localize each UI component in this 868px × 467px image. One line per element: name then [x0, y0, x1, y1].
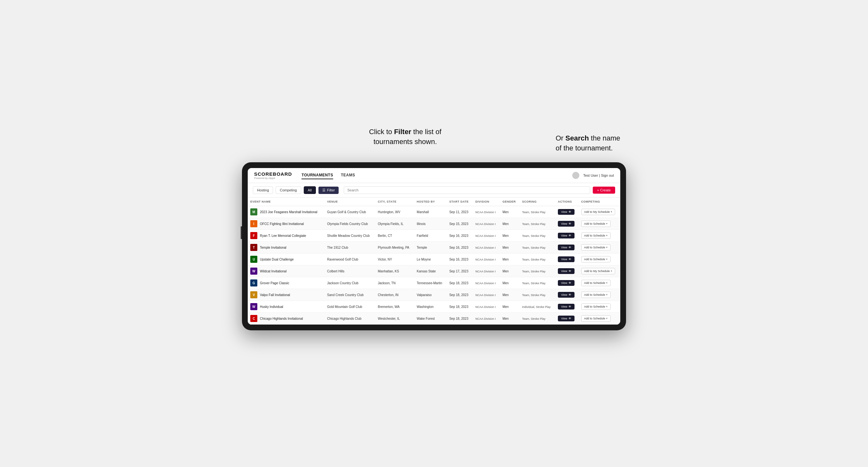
cell-gender-4: Men — [500, 253, 520, 266]
logo-sub: Powered by clippd — [254, 177, 292, 180]
header-right: Test User | Sign out — [572, 172, 614, 179]
cell-competing-8: Add to Schedule + — [579, 301, 620, 313]
cell-city-1: Olympia Fields, IL — [375, 218, 414, 230]
cell-scoring-3: Team, Stroke Play — [520, 242, 555, 253]
cell-city-3: Plymouth Meeting, PA — [375, 242, 414, 253]
event-name-3: Temple Invitational — [260, 246, 286, 249]
cell-venue-7: Sand Creek Country Club — [324, 289, 375, 301]
cell-action-1: View 👁 — [555, 218, 579, 230]
cell-action-7: View 👁 — [555, 289, 579, 301]
add-schedule-button-9[interactable]: Add to Schedule + — [581, 315, 611, 322]
add-schedule-button-3[interactable]: Add to Schedule + — [581, 244, 611, 251]
cell-city-0: Huntington, WV — [375, 206, 414, 218]
table-row: C Chicago Highlands Invitational Chicago… — [248, 313, 620, 324]
main-nav: TOURNAMENTS TEAMS — [302, 172, 355, 179]
cell-hosted-8: Washington — [414, 301, 447, 313]
col-start-date: START DATE — [447, 197, 473, 206]
cell-scoring-8: Individual, Stroke Play — [520, 301, 555, 313]
cell-competing-6: Add to Schedule + — [579, 277, 620, 289]
cell-date-6: Sep 18, 2023 — [447, 277, 473, 289]
view-button-9[interactable]: View 👁 — [558, 316, 575, 321]
event-name-5: Wildcat Invitational — [260, 270, 286, 273]
event-name-1: OFCC Fighting Illini Invitational — [260, 222, 304, 226]
cell-hosted-2: Fairfield — [414, 230, 447, 242]
cell-division-2: NCAA Division I — [473, 230, 500, 242]
cell-gender-6: Men — [500, 277, 520, 289]
view-button-1[interactable]: View 👁 — [558, 221, 575, 227]
eye-icon-0: 👁 — [568, 210, 571, 214]
cell-hosted-0: Marshall — [414, 206, 447, 218]
cell-event-1: I OFCC Fighting Illini Invitational — [248, 218, 324, 230]
add-schedule-button-2[interactable]: Add to Schedule + — [581, 232, 611, 239]
cell-date-8: Sep 18, 2023 — [447, 301, 473, 313]
cell-gender-0: Men — [500, 206, 520, 218]
cell-scoring-6: Team, Stroke Play — [520, 277, 555, 289]
add-schedule-button-4[interactable]: Add to Schedule + — [581, 256, 611, 262]
table-row: I OFCC Fighting Illini Invitational Olym… — [248, 218, 620, 230]
table-row: W Wildcat Invitational Colbert Hills Man… — [248, 266, 620, 277]
cell-gender-8: Men — [500, 301, 520, 313]
table-row: F Ryan T. Lee Memorial Collegiate Shuttl… — [248, 230, 620, 242]
cell-gender-1: Men — [500, 218, 520, 230]
col-venue: VENUE — [324, 197, 375, 206]
event-name-9: Chicago Highlands Invitational — [260, 317, 303, 320]
cell-date-7: Sep 18, 2023 — [447, 289, 473, 301]
event-name-2: Ryan T. Lee Memorial Collegiate — [260, 234, 306, 238]
cell-date-0: Sep 11, 2023 — [447, 206, 473, 218]
eye-icon-7: 👁 — [568, 293, 571, 297]
add-schedule-button-6[interactable]: Add to Schedule + — [581, 280, 611, 286]
cell-venue-1: Olympia Fields Country Club — [324, 218, 375, 230]
cell-venue-4: Ravenwood Golf Club — [324, 253, 375, 266]
cell-scoring-9: Team, Stroke Play — [520, 313, 555, 324]
add-schedule-button-0[interactable]: Add to My Schedule + — [581, 209, 615, 215]
cell-gender-7: Men — [500, 289, 520, 301]
cell-city-5: Manhattan, KS — [375, 266, 414, 277]
view-button-0[interactable]: View 👁 — [558, 209, 575, 215]
cell-event-4: U Upstate Dual Challenge — [248, 253, 324, 266]
tab-competing[interactable]: Competing — [276, 186, 301, 194]
cell-competing-3: Add to Schedule + — [579, 242, 620, 253]
cell-venue-6: Jackson Country Club — [324, 277, 375, 289]
cell-city-6: Jackson, TN — [375, 277, 414, 289]
create-button[interactable]: + Create — [593, 187, 616, 194]
col-event-name: EVENT NAME — [248, 197, 324, 206]
cell-gender-3: Men — [500, 242, 520, 253]
cell-hosted-1: Illinois — [414, 218, 447, 230]
toolbar: Hosting Competing All ☰ Filter + Create — [248, 183, 620, 197]
view-button-7[interactable]: View 👁 — [558, 292, 575, 298]
filter-button[interactable]: ☰ Filter — [318, 187, 339, 194]
cell-scoring-4: Team, Stroke Play — [520, 253, 555, 266]
cell-action-3: View 👁 — [555, 242, 579, 253]
search-input[interactable] — [344, 186, 590, 194]
cell-hosted-3: Temple — [414, 242, 447, 253]
add-schedule-button-1[interactable]: Add to Schedule + — [581, 221, 611, 227]
table-row: U Upstate Dual Challenge Ravenwood Golf … — [248, 253, 620, 266]
nav-tab-teams[interactable]: TEAMS — [341, 172, 355, 179]
table-row: V Valpo Fall Invitational Sand Creek Cou… — [248, 289, 620, 301]
cell-competing-9: Add to Schedule + — [579, 313, 620, 324]
view-button-8[interactable]: View 👁 — [558, 304, 575, 310]
view-button-2[interactable]: View 👁 — [558, 233, 575, 239]
cell-event-0: M 2023 Joe Feaganes Marshall Invitationa… — [248, 206, 324, 218]
add-schedule-button-8[interactable]: Add to Schedule + — [581, 304, 611, 310]
cell-action-5: View 👁 — [555, 266, 579, 277]
cell-competing-5: Add to My Schedule + — [579, 266, 620, 277]
view-button-5[interactable]: View 👁 — [558, 268, 575, 274]
view-button-4[interactable]: View 👁 — [558, 256, 575, 262]
filter-icon: ☰ — [322, 188, 326, 192]
tab-hosting[interactable]: Hosting — [253, 186, 273, 194]
cell-hosted-4: Le Moyne — [414, 253, 447, 266]
add-schedule-button-5[interactable]: Add to My Schedule + — [581, 268, 615, 274]
nav-tab-tournaments[interactable]: TOURNAMENTS — [302, 172, 333, 179]
eye-icon-3: 👁 — [568, 246, 571, 249]
annotation-right: Or Search the name of the tournament. — [556, 133, 626, 153]
table-row: W Husky Individual Gold Mountain Golf Cl… — [248, 301, 620, 313]
eye-icon-2: 👁 — [568, 234, 571, 237]
table-row: G Grover Page Classic Jackson Country Cl… — [248, 277, 620, 289]
col-competing: COMPETING — [579, 197, 620, 206]
add-schedule-button-7[interactable]: Add to Schedule + — [581, 291, 611, 298]
tab-all[interactable]: All — [304, 186, 316, 194]
view-button-3[interactable]: View 👁 — [558, 245, 575, 250]
view-button-6[interactable]: View 👁 — [558, 280, 575, 286]
cell-competing-2: Add to Schedule + — [579, 230, 620, 242]
